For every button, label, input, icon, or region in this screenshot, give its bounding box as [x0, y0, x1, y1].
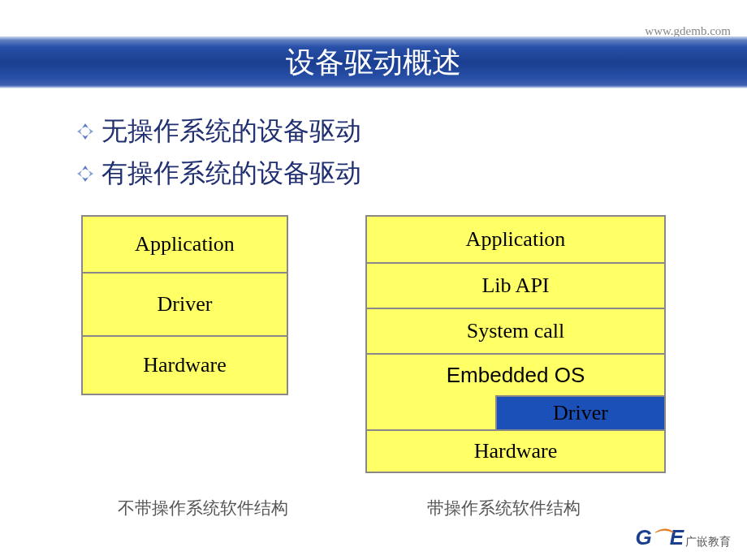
layer-application: Application — [81, 215, 288, 274]
captions-row: 不带操作系统软件结构 带操作系统软件结构 — [81, 497, 666, 519]
logo-letters: G⌒E — [635, 523, 682, 552]
layer-driver: Driver — [81, 274, 288, 337]
diamond-icon — [77, 123, 93, 140]
layer-lib-api: Lib API — [365, 264, 666, 309]
title-bar: 设备驱动概述 — [0, 37, 747, 88]
layer-embedded-os: Embedded OS Driver — [365, 355, 666, 431]
layer-system-call: System call — [365, 309, 666, 355]
layer-hardware: Hardware — [81, 337, 288, 395]
caption-with-os: 带操作系统软件结构 — [349, 497, 658, 519]
slide-title: 设备驱动概述 — [286, 43, 461, 83]
os-label: Embedded OS — [367, 363, 664, 388]
layer-hardware: Hardware — [365, 431, 666, 473]
diagram-with-os: Application Lib API System call Embedded… — [365, 215, 666, 473]
layer-application: Application — [365, 215, 666, 264]
caption-no-os: 不带操作系统软件结构 — [81, 497, 325, 519]
bullet-list: 无操作系统的设备驱动 有操作系统的设备驱动 — [77, 114, 361, 198]
diagram-no-os: Application Driver Hardware — [81, 215, 288, 473]
bullet-item: 无操作系统的设备驱动 — [77, 114, 361, 149]
diamond-icon — [77, 166, 93, 182]
bullet-item: 有操作系统的设备驱动 — [77, 156, 361, 192]
logo-chinese: 广嵌教育 — [685, 535, 731, 549]
bullet-text: 有操作系统的设备驱动 — [101, 156, 361, 192]
footer-logo: G⌒E 广嵌教育 — [635, 523, 731, 552]
layer-driver-embedded: Driver — [495, 395, 666, 431]
diagrams-container: Application Driver Hardware Application … — [81, 215, 666, 473]
bullet-text: 无操作系统的设备驱动 — [101, 114, 361, 149]
